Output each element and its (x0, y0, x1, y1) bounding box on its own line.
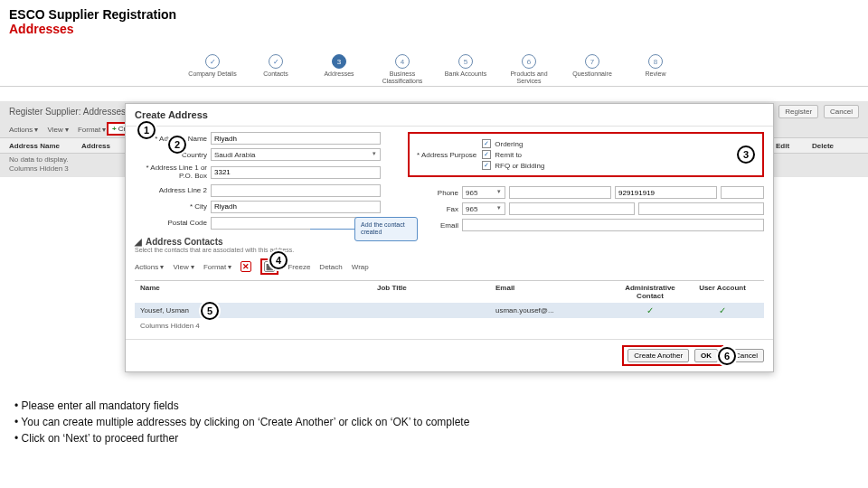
line2-input[interactable] (211, 184, 381, 197)
col-user: User Account (686, 284, 759, 300)
contact-row[interactable]: Yousef, Usman usman.yousef@... ✓ ✓ (135, 303, 764, 318)
fax-country-code[interactable]: 965 (462, 202, 505, 215)
postal-label: Postal Code (135, 219, 207, 227)
annotation-marker-6: 6 (718, 347, 736, 365)
doc-title-line2: Addresses (9, 22, 859, 36)
fax-label: Fax (408, 205, 458, 213)
bullet-3: Click on ‘Next’ to proceed further (14, 432, 854, 445)
contacts-view-menu[interactable]: View ▾ (173, 263, 193, 271)
col-address-name: Address Name (9, 142, 81, 150)
phone-label: Phone (408, 189, 458, 197)
annotation-marker-3: 3 (737, 145, 755, 164)
page-header-title: Register Supplier: Addresses (9, 107, 126, 117)
col-address: Address (81, 142, 110, 150)
wizard-step-company[interactable]: ✓Company Details (185, 54, 240, 84)
wizard-step-contacts[interactable]: ✓Contacts (249, 54, 303, 84)
country-select[interactable]: Saudi Arabia (211, 148, 381, 161)
ordering-checkbox[interactable]: ✓ (482, 139, 491, 148)
contact-name: Yousef, Usman (140, 306, 377, 314)
callout-add-contact: Add the contact created (354, 217, 418, 241)
contacts-format-menu[interactable]: Format ▾ (203, 263, 232, 271)
wizard-step-questionnaire[interactable]: 7Questionnaire (565, 54, 619, 84)
fax-area-input[interactable] (509, 202, 635, 215)
bg-actions-menu[interactable]: Actions ▾ (9, 126, 38, 134)
contacts-remove-icon[interactable]: ✕ (241, 261, 251, 272)
annotation-marker-1: 1 (137, 121, 156, 139)
line2-label: Address Line 2 (135, 186, 207, 194)
popup-title: Create Address (126, 104, 773, 127)
cancel-button[interactable]: Cancel (824, 105, 859, 118)
create-another-button[interactable]: Create Another (627, 349, 689, 362)
detach-button[interactable]: Detach (319, 263, 342, 271)
wizard-steps: ✓Company Details ✓Contacts 3Addresses 4B… (0, 51, 868, 87)
app-screenshot: ✓Company Details ✓Contacts 3Addresses 4B… (0, 51, 868, 385)
purpose-label: Address Purpose (417, 151, 476, 159)
wizard-step-addresses[interactable]: 3Addresses (312, 54, 366, 84)
contacts-table: Name Job Title Email Administrative Cont… (135, 280, 764, 318)
contact-user-check: ✓ (686, 305, 759, 315)
email-input[interactable] (462, 219, 764, 231)
remit-checkbox[interactable]: ✓ (482, 150, 491, 159)
create-address-popup: Create Address Address Name CountrySaudi… (125, 103, 774, 372)
bg-format-menu[interactable]: Format ▾ (78, 126, 107, 134)
freeze-button[interactable]: Freeze (288, 263, 310, 271)
contacts-header-row: Name Job Title Email Administrative Cont… (135, 281, 764, 303)
fax-number-input[interactable] (638, 202, 764, 215)
contact-admin-check: ✓ (614, 305, 686, 315)
col-delete: Delete (812, 142, 848, 150)
phone-ext-input[interactable] (721, 186, 764, 199)
line1-input[interactable] (211, 166, 381, 179)
address-name-input[interactable] (211, 132, 381, 145)
contacts-hidden-note: Columns Hidden 4 (135, 318, 764, 333)
annotation-marker-4: 4 (269, 251, 288, 269)
annotation-marker-5: 5 (201, 302, 219, 320)
doc-title-line1: ESCO Supplier Registration (9, 7, 859, 22)
contacts-subtitle: Select the contacts that are associated … (135, 247, 764, 253)
phone-country-code[interactable]: 965 (462, 186, 505, 199)
col-admin: Administrative Contact (614, 284, 686, 300)
col-job: Job Title (377, 284, 495, 300)
col-email: Email (495, 284, 614, 300)
contacts-actions-menu[interactable]: Actions ▾ (135, 263, 164, 271)
contacts-toolbar: Actions ▾ View ▾ Format ▾ ✕ ▦ Freeze Det… (135, 257, 764, 277)
col-name: Name (140, 284, 377, 300)
wizard-step-business[interactable]: 4Business Classifications (375, 54, 429, 84)
city-input[interactable] (211, 201, 381, 213)
phone-area-input[interactable] (509, 186, 611, 199)
collapse-icon[interactable]: ◢ (135, 237, 142, 247)
address-purpose-group: Address Purpose ✓Ordering ✓Remit to ✓RFQ… (408, 132, 764, 177)
col-edit: Edit (776, 142, 812, 150)
instruction-bullets: Please enter all mandatory fields You ca… (14, 399, 854, 448)
rfq-checkbox[interactable]: ✓ (482, 161, 491, 170)
plus-icon: + (112, 125, 117, 133)
contact-email: usman.yousef@... (495, 306, 614, 314)
annotation-marker-2: 2 (168, 136, 186, 154)
bullet-2: You can create multiple addresses by cli… (14, 416, 854, 428)
bullet-1: Please enter all mandatory fields (14, 399, 854, 412)
city-label: City (135, 202, 207, 211)
popup-footer: Create Another OK Cancel (126, 339, 773, 371)
wizard-step-review[interactable]: 8Review (628, 54, 683, 84)
wizard-step-products[interactable]: 6Products and Services (502, 54, 556, 84)
phone-number-input[interactable] (615, 186, 717, 199)
wrap-button[interactable]: Wrap (352, 263, 369, 271)
register-button[interactable]: Register (778, 105, 818, 118)
bg-view-menu[interactable]: View ▾ (47, 126, 68, 134)
contacts-section-title: ◢Address Contacts (135, 237, 764, 247)
wizard-step-bank[interactable]: 5Bank Accounts (439, 54, 493, 84)
ok-button[interactable]: OK (694, 349, 718, 362)
document-title: ESCO Supplier Registration Addresses (0, 0, 868, 36)
line1-label: Address Line 1 or P.O. Box (135, 164, 207, 181)
